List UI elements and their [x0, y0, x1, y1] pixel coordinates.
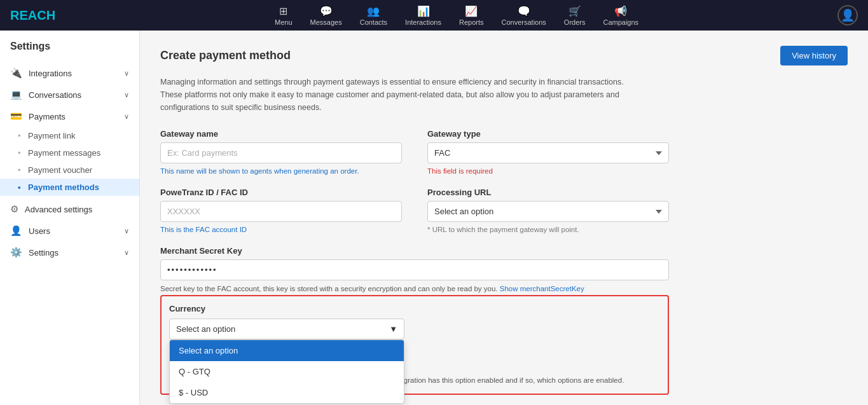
currency-option-gtq[interactable]: Q - GTQ — [170, 361, 404, 382]
currency-dropdown-trigger[interactable]: Select an option ▼ — [169, 319, 404, 340]
integrations-icon: 🔌 — [10, 67, 22, 79]
sidebar-section-advanced: ⚙ Advanced settings — [0, 198, 139, 220]
sidebar-label-integrations: Integrations — [29, 69, 72, 78]
nav-label-conversations: Conversations — [502, 18, 546, 26]
sidebar-label-advanced: Advanced settings — [25, 205, 92, 214]
sidebar-label-settings: Settings — [29, 248, 59, 257]
sidebar-section-users: 👤 Users ∨ — [0, 220, 139, 242]
top-navigation: REACH ⊞ Menu 💬 Messages 👥 Contacts 📊 Int… — [0, 0, 868, 31]
form-grid: Gateway name This name will be shown to … — [160, 129, 669, 292]
payments-sub-items: Payment link Payment messages Payment vo… — [0, 127, 139, 198]
chevron-down-icon-2: ∨ — [124, 91, 129, 99]
nav-item-menu[interactable]: ⊞ Menu — [267, 3, 300, 29]
nav-item-conversations[interactable]: 🗨️ Conversations — [494, 3, 554, 29]
layout: Settings 🔌 Integrations ∨ 💻 Conversation… — [0, 31, 868, 405]
sidebar-item-settings[interactable]: ⚙️ Settings ∨ — [0, 242, 139, 263]
view-history-button[interactable]: View history — [780, 46, 848, 65]
nav-label-contacts: Contacts — [360, 18, 387, 26]
processing-url-select[interactable]: Select an option — [427, 201, 669, 222]
settings-title: Settings — [0, 41, 139, 62]
messages-icon: 💬 — [320, 5, 333, 17]
merchant-key-input[interactable] — [160, 259, 669, 280]
user-avatar[interactable]: 👤 — [837, 5, 858, 25]
logo[interactable]: REACH — [10, 8, 55, 23]
gateway-name-hint: This name will be shown to agents when g… — [160, 167, 402, 175]
currency-dropdown-wrapper: Select an option ▼ Select an option Q - … — [169, 319, 404, 340]
conversations-sidebar-icon: 💻 — [10, 89, 22, 100]
show-merchant-key-link[interactable]: Show merchantSecretKey — [500, 285, 584, 292]
page-header: Create payment method View history — [160, 46, 848, 65]
chevron-down-icon: ∨ — [124, 69, 129, 78]
nav-item-contacts[interactable]: 👥 Contacts — [352, 3, 395, 29]
currency-option-default[interactable]: Select an option — [170, 340, 404, 361]
sidebar-item-payment-methods[interactable]: Payment methods — [0, 179, 139, 196]
processing-url-group: Processing URL Select an option * URL to… — [427, 188, 669, 233]
merchant-key-group: Merchant Secret Key Secret key to the FA… — [160, 246, 669, 292]
reports-icon: 📈 — [465, 5, 478, 17]
sidebar: Settings 🔌 Integrations ∨ 💻 Conversation… — [0, 31, 140, 405]
processing-url-label: Processing URL — [427, 188, 669, 197]
currency-section: Currency Select an option ▼ Select an op… — [160, 295, 669, 395]
sidebar-item-payment-messages[interactable]: Payment messages — [0, 144, 139, 161]
currency-selected-label: Select an option — [176, 324, 235, 334]
nav-label-menu: Menu — [275, 18, 293, 26]
fac-id-label: PoweTranz ID / FAC ID — [160, 188, 402, 197]
chevron-down-icon-currency: ▼ — [389, 324, 397, 334]
sidebar-item-integrations[interactable]: 🔌 Integrations ∨ — [0, 62, 139, 84]
sidebar-section-conversations: 💻 Conversations ∨ — [0, 84, 139, 106]
sidebar-item-conversations[interactable]: 💻 Conversations ∨ — [0, 84, 139, 106]
sidebar-section-integrations: 🔌 Integrations ∨ — [0, 62, 139, 84]
advanced-icon: ⚙ — [10, 203, 18, 215]
sidebar-item-payments[interactable]: 💳 Payments ∨ — [0, 106, 139, 127]
nav-item-orders[interactable]: 🛒 Orders — [556, 3, 593, 29]
currency-dropdown-menu: Select an option Q - GTQ $ - USD — [169, 340, 404, 404]
nav-label-orders: Orders — [564, 18, 586, 26]
fac-id-input[interactable] — [160, 201, 402, 222]
logo-suffix: ACH — [28, 8, 55, 22]
nav-items: ⊞ Menu 💬 Messages 👥 Contacts 📊 Interacti… — [76, 3, 837, 29]
fac-id-hint: This is the FAC account ID — [160, 226, 402, 233]
merchant-key-hint: Secret key to the FAC account, this key … — [160, 285, 669, 292]
gateway-type-error: This field is required — [427, 167, 669, 175]
sidebar-label-users: Users — [29, 226, 50, 236]
main-content: Create payment method View history Manag… — [140, 31, 868, 405]
chevron-down-icon-4: ∨ — [124, 227, 129, 235]
sidebar-item-users[interactable]: 👤 Users ∨ — [0, 220, 139, 242]
nav-item-reports[interactable]: 📈 Reports — [451, 3, 492, 29]
nav-item-campaigns[interactable]: 📢 Campaigns — [595, 3, 646, 29]
sidebar-item-payment-link[interactable]: Payment link — [0, 127, 139, 144]
sidebar-item-payment-voucher[interactable]: Payment voucher — [0, 161, 139, 179]
merchant-key-label: Merchant Secret Key — [160, 246, 669, 256]
orders-icon: 🛒 — [568, 5, 581, 17]
conversations-icon: 🗨️ — [518, 5, 530, 17]
gateway-name-group: Gateway name This name will be shown to … — [160, 129, 402, 175]
nav-label-messages: Messages — [310, 18, 342, 26]
nav-label-interactions: Interactions — [405, 18, 441, 26]
gateway-type-select[interactable]: FAC Stripe PayPal — [427, 142, 669, 163]
currency-option-usd[interactable]: $ - USD — [170, 382, 404, 403]
gateway-type-label: Gateway type — [427, 129, 669, 139]
sidebar-item-advanced[interactable]: ⚙ Advanced settings — [0, 198, 139, 220]
interactions-icon: 📊 — [417, 5, 430, 17]
nav-item-interactions[interactable]: 📊 Interactions — [397, 3, 449, 29]
fac-id-group: PoweTranz ID / FAC ID This is the FAC ac… — [160, 188, 402, 233]
menu-icon: ⊞ — [279, 5, 287, 17]
page-description: Managing information and settings throug… — [160, 76, 644, 114]
sidebar-section-payments: 💳 Payments ∨ Payment link Payment messag… — [0, 106, 139, 198]
nav-label-reports: Reports — [459, 18, 484, 26]
campaigns-icon: 📢 — [614, 5, 627, 17]
settings-icon: ⚙️ — [10, 247, 22, 258]
payments-icon: 💳 — [10, 111, 22, 122]
gateway-name-input[interactable] — [160, 142, 402, 163]
sidebar-label-payments: Payments — [29, 112, 65, 121]
users-icon: 👤 — [10, 225, 22, 237]
logo-prefix: RE — [10, 8, 28, 22]
gateway-name-label: Gateway name — [160, 129, 402, 139]
currency-label: Currency — [169, 304, 660, 313]
processing-url-hint: * URL to which the payment gateway will … — [427, 226, 669, 233]
chevron-down-icon-3: ∨ — [124, 113, 129, 121]
nav-item-messages[interactable]: 💬 Messages — [303, 3, 350, 29]
sidebar-label-conversations: Conversations — [29, 90, 81, 100]
page-title: Create payment method — [160, 49, 291, 62]
chevron-down-icon-5: ∨ — [124, 249, 129, 257]
